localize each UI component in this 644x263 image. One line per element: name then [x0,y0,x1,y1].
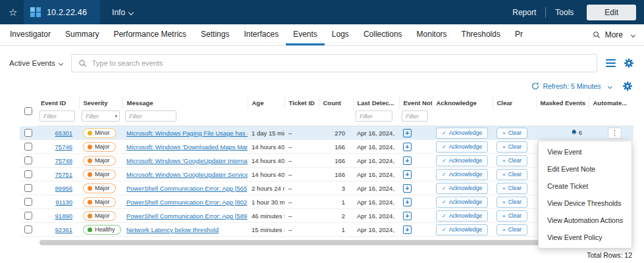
tab-collections[interactable]: Collections [356,24,410,45]
event-message-link[interactable]: PowerShell Communication Error: App [565… [126,185,248,192]
tab-investigator[interactable]: Investigator [3,24,58,45]
column-header-automated[interactable]: Automate... [589,96,633,109]
event-id-link[interactable]: 75751 [55,171,72,178]
clear-button[interactable]: ×Clear [496,197,527,208]
row-actions-menu-button[interactable]: ⋮ [608,128,622,139]
event-message-link[interactable]: Microsoft: Windows 'GoogleUpdater Intern… [126,157,248,164]
acknowledge-button[interactable]: ✓Acknowledge [436,210,488,222]
horizontal-scrollbar-thumb[interactable] [40,240,553,245]
column-header-acknowledge[interactable]: Acknowledge [432,96,493,109]
event-message-link[interactable]: Microsoft: Windows 'GoogleUpdater Servic… [126,171,248,178]
row-checkbox[interactable] [24,143,32,151]
filter-input-event_id[interactable] [40,110,75,122]
view-selector[interactable]: Active Events [9,59,63,67]
event-message-link[interactable]: PowerShell Communication Error: App [589… [126,212,248,220]
edit-button[interactable]: Edit [587,5,636,20]
event-row-65301[interactable]: 65301MinorMicrosoft: Windows Paging File… [20,126,633,140]
column-header-clear[interactable]: Clear [493,96,536,109]
event-id-link[interactable]: 91890 [55,212,72,220]
severity-filter-caret-icon[interactable]: ▾ [115,114,117,119]
grid-settings-gear-icon[interactable] [624,59,633,68]
tab-interfaces[interactable]: Interfaces [236,24,286,45]
add-event-note-icon[interactable]: + [403,156,412,165]
column-header-masked_events[interactable]: Masked Events [536,96,589,109]
add-event-note-icon[interactable]: + [403,198,412,206]
horizontal-scrollbar[interactable] [40,240,623,245]
filter-input-event_note[interactable] [402,110,428,122]
column-header-age[interactable]: Age [248,96,284,109]
masked-events-indicator[interactable]: 6 [571,129,582,136]
clear-button[interactable]: ×Clear [496,169,527,180]
tab-pr[interactable]: Pr [508,24,530,45]
column-header-event_id[interactable]: Event ID [37,96,79,109]
report-button[interactable]: Report [512,8,536,17]
menu-item-view-automation-actions[interactable]: View Automation Actions [539,212,631,229]
row-checkbox[interactable] [24,184,32,192]
add-event-note-icon[interactable]: + [403,212,412,220]
select-all-checkbox[interactable] [24,107,32,115]
info-dropdown[interactable]: Info [112,8,133,17]
list-view-icon[interactable] [606,59,616,67]
event-id-link[interactable]: 92361 [55,226,72,233]
event-message-link[interactable]: PowerShell Communication Error: App [802… [126,199,248,206]
tab-thresholds[interactable]: Thresholds [454,24,508,45]
column-header-severity[interactable]: Severity [79,96,122,109]
event-message-link[interactable]: Network Latency below threshold [126,226,219,233]
acknowledge-button[interactable]: ✓Acknowledge [436,197,488,208]
event-id-link[interactable]: 91130 [55,199,72,206]
event-id-link[interactable]: 75748 [55,157,72,164]
row-checkbox[interactable] [24,129,32,137]
tab-performance-metrics[interactable]: Performance Metrics [106,24,194,45]
acknowledge-button[interactable]: ✓Acknowledge [436,128,488,139]
add-event-note-icon[interactable]: + [403,184,412,193]
add-event-note-icon[interactable]: + [403,226,412,234]
event-message-link[interactable]: Microsoft: Windows 'Downloaded Maps Mana… [126,143,248,151]
favorite-star-icon[interactable]: ☆ [0,7,24,18]
clear-button[interactable]: ×Clear [496,183,527,194]
event-id-link[interactable]: 75746 [55,143,72,151]
menu-item-view-event-policy[interactable]: View Event Policy [539,229,631,246]
acknowledge-button[interactable]: ✓Acknowledge [436,183,488,194]
clear-button[interactable]: ×Clear [496,155,527,166]
event-id-link[interactable]: 65301 [55,130,72,137]
refresh-dropdown[interactable]: Refresh: 5 Minutes [531,82,611,90]
column-header-event_note[interactable]: Event Note [399,96,432,109]
clear-button[interactable]: ×Clear [496,128,527,139]
clear-button[interactable]: ×Clear [496,224,527,235]
table-settings-gear-icon[interactable] [623,82,632,91]
acknowledge-button[interactable]: ✓Acknowledge [436,224,488,235]
tab-logs[interactable]: Logs [325,24,356,45]
tab-settings[interactable]: Settings [194,24,236,45]
filter-input-message[interactable] [125,110,176,122]
clear-button[interactable]: ×Clear [496,210,527,222]
column-header-ticket_id[interactable]: Ticket ID [284,96,319,109]
tab-monitors[interactable]: Monitors [410,24,454,45]
menu-item-create-ticket[interactable]: Create Ticket [539,178,631,195]
filter-input-severity[interactable] [82,110,120,122]
row-checkbox[interactable] [24,212,32,220]
row-checkbox[interactable] [24,198,32,206]
tab-events[interactable]: Events [286,24,325,45]
tools-button[interactable]: Tools [555,8,574,17]
column-header-count[interactable]: Count [319,96,353,109]
row-checkbox[interactable] [24,156,32,164]
add-event-note-icon[interactable]: + [403,170,412,179]
add-event-note-icon[interactable]: + [403,143,412,151]
menu-item-view-event[interactable]: View Event [539,143,631,160]
column-header-last_detected[interactable]: Last Detec... [353,96,399,109]
tab-summary[interactable]: Summary [58,24,106,45]
row-checkbox[interactable] [24,226,32,233]
menu-item-view-device-thresholds[interactable]: View Device Thresholds [539,195,631,212]
event-message-link[interactable]: Microsoft: Windows Paging File Usage has… [126,130,248,137]
acknowledge-button[interactable]: ✓Acknowledge [436,141,488,153]
acknowledge-button[interactable]: ✓Acknowledge [436,169,488,180]
add-event-note-icon[interactable]: + [403,129,412,137]
menu-item-edit-event-note[interactable]: Edit Event Note [539,160,631,178]
acknowledge-button[interactable]: ✓Acknowledge [436,155,488,166]
event-id-link[interactable]: 89956 [55,185,72,192]
row-checkbox[interactable] [24,170,32,178]
column-header-message[interactable]: Message [122,96,248,109]
search-input[interactable] [92,59,590,67]
more-dropdown[interactable]: More [593,24,640,45]
clear-button[interactable]: ×Clear [496,141,527,153]
